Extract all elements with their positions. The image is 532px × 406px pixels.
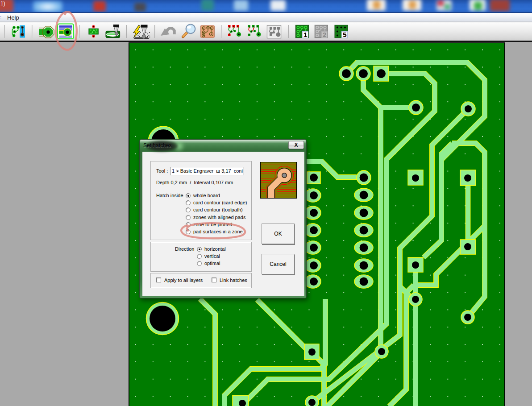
svg-text:5: 5 (343, 31, 346, 38)
svg-text:1: 1 (303, 31, 307, 38)
svg-text:2: 2 (323, 31, 326, 38)
